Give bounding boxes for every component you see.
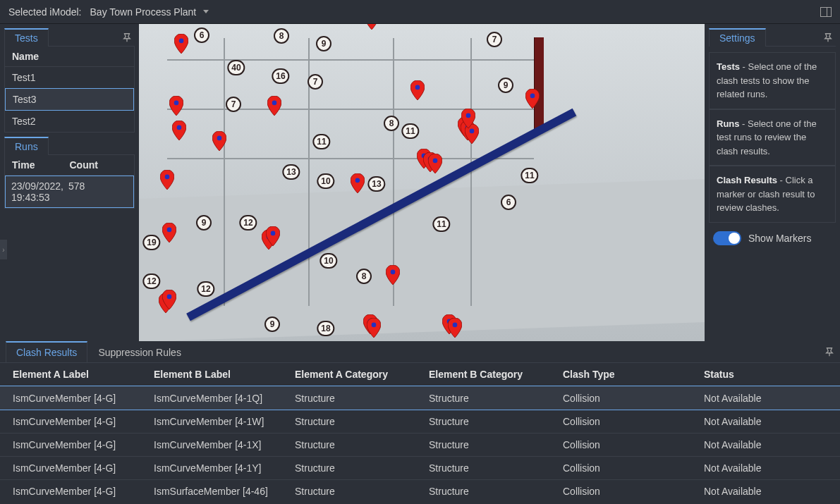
- clash-marker-icon[interactable]: [172, 121, 186, 140]
- clash-count-badge[interactable]: 9: [264, 316, 280, 332]
- clash-count-badge[interactable]: 40: [227, 60, 245, 75]
- clash-marker-icon[interactable]: [351, 173, 365, 193]
- test-list-item[interactable]: Test3: [5, 88, 134, 111]
- cell-catB: Structure: [429, 486, 563, 497]
- clash-count-badge[interactable]: 10: [317, 173, 334, 189]
- col-element-b-category: Element B Category: [429, 369, 563, 380]
- clash-count-badge[interactable]: 12: [197, 281, 214, 297]
- col-status: Status: [704, 369, 827, 380]
- clash-marker-icon[interactable]: [174, 34, 188, 54]
- pin-icon[interactable]: [824, 347, 834, 357]
- cell-catB: Structure: [429, 393, 563, 404]
- clash-marker-icon[interactable]: [267, 96, 281, 116]
- clash-count-badge[interactable]: 6: [194, 27, 209, 43]
- tab-runs[interactable]: Runs: [4, 137, 49, 155]
- clash-marker-icon[interactable]: [212, 131, 226, 151]
- tab-tests[interactable]: Tests: [4, 28, 49, 47]
- clash-count-badge[interactable]: 12: [142, 273, 160, 289]
- sidebar-expand-handle[interactable]: ›: [0, 240, 7, 259]
- clash-count-badge[interactable]: 11: [312, 134, 330, 149]
- col-element-a-label: Element A Label: [13, 369, 154, 380]
- clash-count-badge[interactable]: 12: [239, 215, 257, 231]
- cell-status: Not Available: [704, 486, 827, 497]
- clash-marker-icon[interactable]: [266, 226, 280, 246]
- clash-count-badge[interactable]: 13: [367, 176, 385, 192]
- clash-count-badge[interactable]: 18: [317, 321, 334, 336]
- svg-point-1: [179, 39, 184, 44]
- clash-marker-icon[interactable]: [448, 318, 462, 338]
- clash-marker-icon[interactable]: [386, 265, 400, 285]
- clash-count-badge[interactable]: 19: [142, 235, 160, 250]
- col-element-b-label: Element B Label: [154, 369, 295, 380]
- cell-catA: Structure: [295, 486, 429, 497]
- imodel-label: Selected iModel:: [8, 6, 82, 18]
- clash-marker-icon[interactable]: [525, 89, 540, 109]
- clash-marker-icon[interactable]: [367, 318, 381, 338]
- imodel-dropdown[interactable]: Bay Town Process Plant: [90, 6, 209, 18]
- show-markers-toggle[interactable]: [713, 231, 741, 245]
- clash-result-row[interactable]: IsmCurveMember [4-G]IsmCurveMember [4-1W…: [0, 410, 840, 433]
- svg-point-4: [272, 101, 277, 106]
- svg-point-9: [470, 129, 475, 134]
- cell-status: Not Available: [704, 462, 827, 474]
- clash-count-badge[interactable]: 6: [501, 195, 516, 210]
- run-list-item[interactable]: 23/09/2022, 19:43:53578: [5, 176, 134, 208]
- clash-marker-icon[interactable]: [365, 24, 379, 30]
- pin-icon[interactable]: [823, 32, 833, 42]
- svg-point-15: [433, 159, 438, 164]
- clash-marker-icon[interactable]: [162, 223, 176, 242]
- cell-catB: Structure: [429, 462, 563, 474]
- clash-count-badge[interactable]: 10: [319, 253, 337, 269]
- imodel-value: Bay Town Process Plant: [90, 6, 197, 18]
- clash-count-badge[interactable]: 9: [196, 215, 212, 231]
- clash-count-badge[interactable]: 11: [432, 216, 450, 232]
- clash-result-row[interactable]: IsmCurveMember [4-G]IsmCurveMember [4-1X…: [0, 433, 840, 456]
- col-clash-type: Clash Type: [563, 369, 704, 380]
- clash-count-badge[interactable]: 16: [272, 68, 289, 84]
- clash-count-badge[interactable]: 13: [282, 164, 300, 180]
- cell-elB: IsmCurveMember [4-1Y]: [154, 462, 295, 474]
- clash-result-row[interactable]: IsmCurveMember [4-G]IsmCurveMember [4-1Q…: [0, 386, 840, 410]
- clash-result-row[interactable]: IsmCurveMember [4-G]IsmSurfaceMember [4-…: [0, 479, 840, 503]
- cell-elB: IsmSurfaceMember [4-46]: [154, 486, 295, 497]
- cell-catA: Structure: [295, 439, 429, 450]
- clash-count-badge[interactable]: 9: [316, 36, 331, 51]
- run-count: 578: [68, 180, 128, 203]
- test-list-item[interactable]: Test1: [5, 67, 134, 88]
- clash-marker-icon[interactable]: [160, 170, 174, 190]
- clash-count-badge[interactable]: 9: [498, 78, 513, 93]
- clash-count-badge[interactable]: 7: [487, 32, 502, 47]
- pin-icon[interactable]: [122, 32, 132, 42]
- tab-suppression-rules[interactable]: Suppression Rules: [87, 342, 192, 362]
- clash-count-badge[interactable]: 8: [384, 116, 399, 131]
- 3d-viewport[interactable]: 6897401679781111131013116912111910121289…: [139, 24, 705, 341]
- tab-clash-results[interactable]: Clash Results: [6, 341, 87, 362]
- clash-count-badge[interactable]: 7: [308, 74, 323, 90]
- clash-marker-icon[interactable]: [410, 80, 425, 100]
- test-list-item[interactable]: Test2: [5, 111, 134, 132]
- col-element-a-category: Element A Category: [295, 369, 429, 380]
- clash-marker-icon[interactable]: [162, 290, 176, 309]
- panel-layout-icon[interactable]: [820, 7, 832, 17]
- clash-marker-icon[interactable]: [428, 154, 442, 173]
- svg-point-2: [174, 101, 179, 106]
- svg-point-12: [165, 175, 170, 180]
- cell-elB: IsmCurveMember [4-1W]: [154, 416, 295, 427]
- topbar: Selected iModel: Bay Town Process Plant: [0, 0, 840, 24]
- tab-settings[interactable]: Settings: [709, 28, 766, 47]
- clash-count-badge[interactable]: 8: [274, 28, 289, 44]
- cell-elB: IsmCurveMember [4-1Q]: [154, 393, 295, 404]
- clash-count-badge[interactable]: 7: [226, 97, 241, 112]
- clash-result-row[interactable]: IsmCurveMember [4-G]IsmCurveMember [4-1Y…: [0, 456, 840, 479]
- clash-marker-icon[interactable]: [461, 109, 475, 128]
- cell-status: Not Available: [704, 416, 827, 427]
- tests-panel: Name Test1Test3Test2: [4, 47, 135, 133]
- svg-point-16: [355, 178, 360, 183]
- svg-point-11: [530, 94, 535, 99]
- chevron-down-icon: [203, 10, 209, 13]
- clash-count-badge[interactable]: 11: [401, 123, 419, 139]
- clash-count-badge[interactable]: 11: [521, 168, 538, 183]
- clash-count-badge[interactable]: 8: [356, 269, 372, 284]
- clash-marker-icon[interactable]: [169, 96, 183, 116]
- run-time: 23/09/2022, 19:43:53: [11, 180, 64, 203]
